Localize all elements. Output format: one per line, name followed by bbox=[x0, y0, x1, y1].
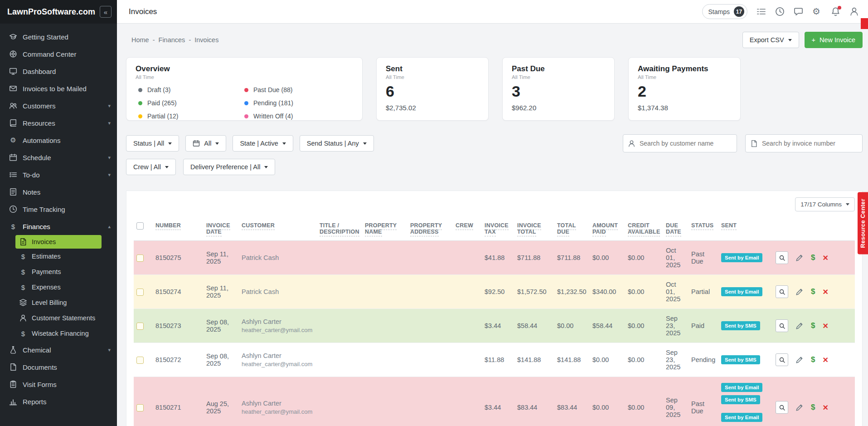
sidebar-item-finances[interactable]: $ Finances ▴ bbox=[0, 218, 117, 235]
edit-invoice-button[interactable] bbox=[795, 403, 804, 411]
delete-button[interactable]: ✕ bbox=[823, 254, 829, 262]
status-dot bbox=[138, 114, 142, 118]
row-checkbox[interactable] bbox=[136, 404, 144, 411]
sidebar-item-resources[interactable]: Resources ▾ bbox=[0, 114, 117, 132]
column-header-total-due[interactable]: TOTAL DUE bbox=[557, 222, 576, 236]
delivery-preference-filter[interactable]: Delivery Preference | All bbox=[183, 159, 275, 175]
customer-cell: Patrick Cash bbox=[239, 241, 317, 275]
search-customer-input[interactable] bbox=[640, 140, 737, 147]
row-checkbox[interactable] bbox=[136, 323, 144, 330]
sidebar-item-documents[interactable]: Documents bbox=[0, 358, 117, 376]
column-header-crew[interactable]: CREW bbox=[456, 222, 473, 230]
table-row[interactable]: 8150274 Sep 11, 2025 Patrick Cash $92.50 bbox=[134, 275, 855, 309]
table-row[interactable]: 8150271 Aug 25, 2025 Ashlyn Carter heath… bbox=[134, 377, 855, 426]
crew-cell bbox=[453, 275, 482, 309]
column-header-invoice-date[interactable]: INVOICE DATE bbox=[206, 222, 230, 236]
column-header-due-date[interactable]: DUE DATE bbox=[666, 222, 681, 236]
edit-invoice-button[interactable] bbox=[795, 356, 804, 364]
search-invoice-input[interactable] bbox=[762, 140, 862, 147]
breadcrumb-home[interactable]: Home bbox=[131, 36, 149, 44]
view-invoice-button[interactable] bbox=[776, 319, 788, 332]
select-all-checkbox[interactable] bbox=[136, 222, 144, 230]
table-row[interactable]: 8150275 Sep 11, 2025 Patrick Cash $41.88 bbox=[134, 241, 855, 275]
column-header-invoice-tax[interactable]: INVOICE TAX bbox=[485, 222, 509, 236]
sidebar-item-command-center[interactable]: Command Center bbox=[0, 45, 117, 63]
stat-partial: Partial (12) bbox=[138, 113, 244, 120]
sidebar-subitem-payments[interactable]: $ Payments bbox=[15, 264, 112, 279]
delete-button[interactable]: ✕ bbox=[823, 403, 829, 412]
date-filter[interactable]: All bbox=[185, 135, 226, 152]
view-invoice-button[interactable] bbox=[776, 251, 788, 264]
sidebar-item-visit-forms[interactable]: Visit Forms bbox=[0, 376, 117, 393]
sidebar-item-customers[interactable]: Customers ▾ bbox=[0, 97, 117, 114]
gear-icon[interactable]: ⚙ bbox=[812, 7, 822, 16]
view-invoice-button[interactable] bbox=[776, 353, 788, 366]
sidebar-collapse-button[interactable]: « bbox=[100, 6, 112, 18]
delete-button[interactable]: ✕ bbox=[823, 356, 829, 364]
sidebar-item-automations[interactable]: ⚙ Automations bbox=[0, 132, 117, 149]
view-invoice-button[interactable] bbox=[776, 285, 788, 298]
column-header-invoice-total[interactable]: INVOICE TOTAL bbox=[517, 222, 541, 236]
sidebar-header: LawnProSoftware.com « bbox=[0, 0, 117, 24]
crew-filter[interactable]: Crew | All bbox=[126, 159, 176, 175]
sidebar-item-dashboard[interactable]: Dashboard bbox=[0, 63, 117, 80]
send-status-filter[interactable]: Send Status | Any bbox=[300, 135, 374, 152]
card-amount: $2,735.02 bbox=[386, 104, 479, 112]
sidebar-subitem-wisetack-financing[interactable]: $ Wisetack Financing bbox=[15, 326, 112, 341]
actions-cell: $ ✕ bbox=[773, 343, 855, 377]
sidebar-item-chemical[interactable]: Chemical ▾ bbox=[0, 341, 117, 358]
export-csv-button[interactable]: Export CSV bbox=[742, 32, 799, 48]
column-header-property-name[interactable]: PROPERTY NAME bbox=[365, 222, 397, 236]
delete-button[interactable]: ✕ bbox=[823, 288, 829, 296]
row-checkbox[interactable] bbox=[136, 357, 144, 364]
column-header-number[interactable]: NUMBER bbox=[155, 222, 181, 230]
sidebar-item-todo[interactable]: To-do ▾ bbox=[0, 166, 117, 183]
table-row[interactable]: 8150273 Sep 08, 2025 Ashlyn Carter heath… bbox=[134, 309, 855, 343]
edit-invoice-button[interactable] bbox=[795, 288, 804, 296]
column-header-status[interactable]: STATUS bbox=[691, 222, 713, 230]
payment-button[interactable]: $ bbox=[811, 355, 815, 364]
property-name-cell bbox=[362, 377, 407, 426]
tasks-icon[interactable] bbox=[756, 7, 766, 16]
payment-button[interactable]: $ bbox=[811, 253, 815, 262]
edit-invoice-button[interactable] bbox=[795, 254, 804, 262]
breadcrumb-finances[interactable]: Finances bbox=[159, 36, 185, 44]
row-checkbox[interactable] bbox=[136, 289, 144, 296]
sidebar-item-schedule[interactable]: Schedule ▾ bbox=[0, 149, 117, 166]
columns-selector[interactable]: 17/17 Columns bbox=[795, 197, 855, 211]
column-header-sent[interactable]: SENT bbox=[721, 222, 737, 230]
bell-icon[interactable] bbox=[831, 7, 840, 16]
sidebar-subitem-level-billing[interactable]: Level Billing bbox=[15, 295, 112, 310]
invoices-table-panel: 17/17 Columns NUMB bbox=[126, 191, 863, 426]
payment-button[interactable]: $ bbox=[811, 321, 815, 330]
user-icon[interactable] bbox=[849, 7, 859, 16]
row-checkbox[interactable] bbox=[136, 255, 144, 262]
clock-icon[interactable] bbox=[775, 7, 785, 16]
sidebar-subitem-estimates[interactable]: $ Estimates bbox=[15, 249, 112, 264]
new-invoice-button[interactable]: + New Invoice bbox=[805, 32, 863, 48]
column-header-title-description[interactable]: TITLE / DESCRIPTION bbox=[320, 222, 359, 236]
sidebar-subitem-customer-statements[interactable]: Customer Statements bbox=[15, 310, 112, 326]
payment-button[interactable]: $ bbox=[811, 403, 815, 412]
column-header-customer[interactable]: CUSTOMER bbox=[242, 222, 275, 230]
status-filter[interactable]: Status | All bbox=[126, 135, 179, 152]
column-header-credit-available[interactable]: CREDIT AVAILABLE bbox=[628, 222, 660, 236]
stamps-button[interactable]: Stamps 17 bbox=[702, 4, 747, 19]
table-row[interactable]: 8150272 Sep 08, 2025 Ashlyn Carter heath… bbox=[134, 343, 855, 377]
chat-icon[interactable] bbox=[794, 7, 803, 16]
column-header-property-address[interactable]: PROPERTY ADDRESS bbox=[410, 222, 442, 236]
sidebar-item-notes[interactable]: Notes bbox=[0, 183, 117, 201]
sidebar-item-reports[interactable]: Reports bbox=[0, 393, 117, 410]
column-header-amount-paid[interactable]: AMOUNT PAID bbox=[592, 222, 618, 236]
payment-button[interactable]: $ bbox=[811, 287, 815, 296]
edit-invoice-button[interactable] bbox=[795, 322, 804, 330]
sidebar-item-getting-started[interactable]: Getting Started bbox=[0, 28, 117, 45]
view-invoice-button[interactable] bbox=[776, 401, 788, 414]
state-filter[interactable]: State | Active bbox=[233, 135, 293, 152]
resource-center-tab[interactable]: Resource Center bbox=[858, 192, 868, 255]
sidebar-item-time-tracking[interactable]: Time Tracking bbox=[0, 201, 117, 218]
sidebar-subitem-expenses[interactable]: $ Expenses bbox=[15, 279, 112, 295]
sidebar-subitem-invoices[interactable]: Invoices bbox=[15, 235, 102, 249]
sidebar-item-invoices-to-be-mailed[interactable]: Invoices to be Mailed bbox=[0, 80, 117, 97]
delete-button[interactable]: ✕ bbox=[823, 322, 829, 330]
